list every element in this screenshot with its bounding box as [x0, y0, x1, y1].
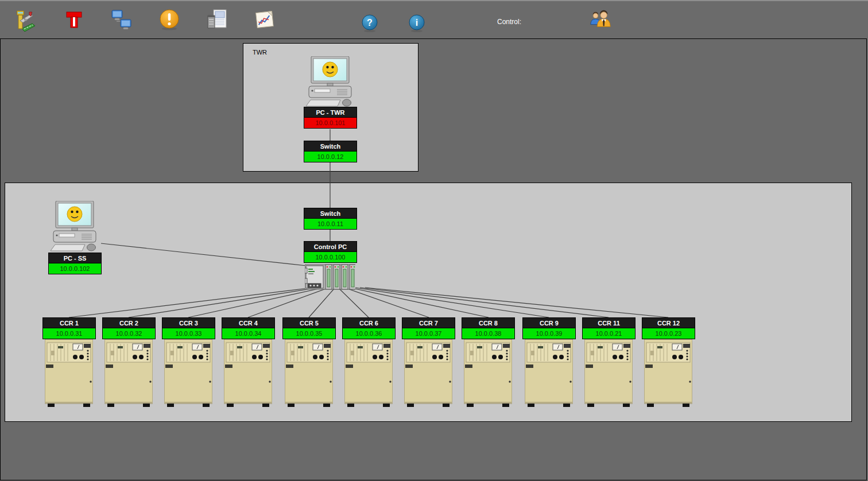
control-pc-node: Control PC 10.0.0.100 — [304, 241, 357, 263]
ccr-cabinet-image[interactable] — [404, 339, 452, 407]
ccr-ip-status: 10.0.0.33 — [162, 328, 215, 339]
svg-text:?: ? — [367, 18, 373, 28]
ccr-unit-3: CCR 3 10.0.0.33 — [162, 317, 215, 409]
info-button[interactable]: i — [405, 11, 428, 36]
twr-group-title: TWR — [253, 49, 267, 56]
twr-switch-label[interactable]: Switch — [304, 141, 357, 152]
ccr-ip-status: 10.0.0.36 — [342, 328, 396, 339]
pc-ss-label[interactable]: PC - SS — [48, 253, 102, 263]
pc-twr-node: PC - TWR 10.0.0.101 — [304, 107, 357, 129]
ccr-ip-status: 10.0.0.32 — [102, 328, 156, 339]
chart-document-icon — [253, 9, 276, 32]
pc-ss-node: PC - SS 10.0.0.102 — [48, 253, 102, 274]
ccr-unit-11: CCR 11 10.0.0.21 — [582, 317, 636, 409]
twr-switch-node: Switch 10.0.0.12 — [304, 141, 357, 162]
ccr-cabinet-image[interactable] — [224, 339, 272, 407]
ccr-label[interactable]: CCR 3 — [162, 317, 215, 328]
ccr-label[interactable]: CCR 2 — [102, 317, 156, 328]
ccr-ip-status: 10.0.0.38 — [462, 328, 515, 339]
plc-rack-icon[interactable] — [305, 263, 355, 290]
ccr-label[interactable]: CCR 5 — [282, 317, 336, 328]
pc-twr-ip-status: 10.0.0.101 — [304, 118, 357, 129]
airport-tower-icon — [15, 8, 37, 32]
ccr-cabinet-image[interactable] — [644, 339, 692, 407]
ccr-cabinet-image[interactable] — [104, 339, 153, 407]
ccr-ip-status: 10.0.0.21 — [582, 328, 636, 339]
alarm-warning-icon — [158, 9, 180, 32]
toolbar: ? i Control: — [0, 0, 868, 38]
trends-button[interactable] — [253, 7, 276, 33]
exit-button[interactable] — [63, 7, 86, 33]
info-icon: i — [408, 14, 425, 33]
report-log-icon — [206, 9, 228, 32]
users-icon — [589, 9, 612, 32]
ccr-cabinet-image[interactable] — [45, 339, 93, 407]
ccr-unit-9: CCR 9 10.0.0.39 — [522, 317, 576, 409]
ccr-label[interactable]: CCR 11 — [582, 317, 636, 328]
ccr-unit-4: CCR 4 10.0.0.34 — [222, 317, 275, 409]
ccr-unit-12: CCR 12 10.0.0.23 — [642, 317, 695, 409]
ccr-ip-status: 10.0.0.39 — [522, 328, 576, 339]
users-control-button[interactable] — [589, 7, 612, 33]
twr-switch-ip-status: 10.0.0.12 — [304, 152, 357, 162]
ccr-unit-7: CCR 7 10.0.0.37 — [402, 317, 455, 409]
airport-overview-button[interactable] — [14, 7, 37, 33]
ccr-label[interactable]: CCR 8 — [462, 317, 515, 328]
alarms-button[interactable] — [158, 7, 181, 33]
pc-ss-ip-status: 10.0.0.102 — [48, 263, 102, 274]
ccr-label[interactable]: CCR 1 — [42, 317, 96, 328]
ccr-ip-status: 10.0.0.23 — [642, 328, 695, 339]
svg-text:i: i — [416, 18, 418, 28]
ccr-ip-status: 10.0.0.34 — [222, 328, 275, 339]
exit-gate-icon — [64, 10, 84, 30]
ccr-cabinet-image[interactable] — [464, 339, 512, 407]
field-switch-ip-status: 10.0.0.11 — [304, 219, 357, 230]
scada-window: ? i Control: — [0, 0, 868, 481]
ccr-cabinet-image[interactable] — [584, 339, 633, 407]
control-pc-ip-status: 10.0.0.100 — [304, 252, 357, 263]
ccr-unit-5: CCR 5 10.0.0.35 — [282, 317, 336, 409]
field-switch-label[interactable]: Switch — [304, 208, 357, 219]
ccr-unit-6: CCR 6 10.0.0.36 — [342, 317, 396, 409]
ccr-unit-1: CCR 1 10.0.0.31 — [42, 317, 96, 409]
help-button[interactable]: ? — [358, 11, 381, 36]
ccr-ip-status: 10.0.0.35 — [282, 328, 336, 339]
ccr-cabinet-image[interactable] — [344, 339, 393, 407]
ccr-label[interactable]: CCR 9 — [522, 317, 576, 328]
ccr-cabinet-image[interactable] — [164, 339, 212, 407]
ccr-ip-status: 10.0.0.37 — [402, 328, 455, 339]
ccr-cabinet-image[interactable] — [525, 339, 573, 407]
network-icon — [110, 9, 132, 31]
field-switch-node: Switch 10.0.0.11 — [304, 208, 357, 230]
pc-ss-computer-icon[interactable] — [48, 201, 101, 251]
ccr-label[interactable]: CCR 12 — [642, 317, 695, 328]
control-pc-label[interactable]: Control PC — [304, 241, 357, 252]
pc-twr-label[interactable]: PC - TWR — [304, 107, 357, 118]
pc-twr-computer-icon[interactable] — [304, 56, 356, 107]
ccr-cabinet-image[interactable] — [285, 339, 333, 407]
help-icon: ? — [361, 14, 378, 33]
ccr-label[interactable]: CCR 6 — [342, 317, 396, 328]
ccr-unit-2: CCR 2 10.0.0.32 — [102, 317, 156, 409]
ccr-label[interactable]: CCR 7 — [402, 317, 455, 328]
network-status-button[interactable] — [110, 7, 133, 33]
ccr-label[interactable]: CCR 4 — [222, 317, 275, 328]
ccr-ip-status: 10.0.0.31 — [42, 328, 96, 339]
control-label: Control: — [497, 18, 521, 26]
ccr-unit-8: CCR 8 10.0.0.38 — [462, 317, 515, 409]
report-log-button[interactable] — [206, 7, 228, 33]
